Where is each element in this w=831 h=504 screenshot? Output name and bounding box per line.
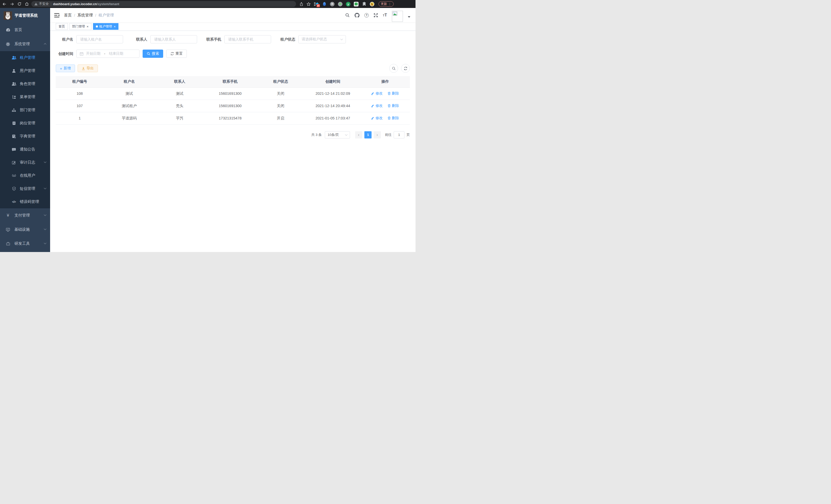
sidebar-logo[interactable]: 芋道管理系统 <box>0 8 50 23</box>
sidebar-item-notice[interactable]: 通知公告 <box>0 143 50 156</box>
sidebar-item-infra[interactable]: 基础设施 <box>0 223 50 237</box>
status-select[interactable]: 请选择租户状态 <box>298 35 346 43</box>
cell-name: 测试 <box>104 87 155 100</box>
sidebar-item-label: 错误码管理 <box>20 199 39 204</box>
badge-icon <box>11 121 17 125</box>
tab-dept[interactable]: 部门管理 × <box>69 23 91 30</box>
close-icon[interactable]: × <box>114 25 116 28</box>
sidebar-item-error-code[interactable]: </> 错误码管理 <box>0 195 50 208</box>
page-size-select[interactable]: 10条/页 <box>325 131 350 139</box>
chrome-update-button[interactable]: 更新 ⋮ <box>378 1 394 7</box>
reload-icon[interactable] <box>18 2 21 6</box>
sidebar-item-label: 岗位管理 <box>20 121 35 126</box>
sidebar-item-system[interactable]: 系统管理 <box>0 37 50 51</box>
extension-chat-icon[interactable] <box>354 2 359 6</box>
sidebar-item-dept[interactable]: 部门管理 <box>0 103 50 117</box>
sidebar-item-dict[interactable]: 字典管理 <box>0 130 50 143</box>
edit-link[interactable]: 修改 <box>371 91 382 96</box>
pagination: 共 3 条 10条/页 ‹ 1 › 前往 页 <box>56 131 410 139</box>
share-icon[interactable] <box>299 2 303 6</box>
next-page-button[interactable]: › <box>374 131 381 139</box>
sidebar-item-label: 在线用户 <box>20 173 35 178</box>
sidebar-item-audit-log[interactable]: 审计日志 <box>0 156 50 169</box>
delete-link[interactable]: 删除 <box>388 103 399 108</box>
refresh-table-button[interactable] <box>401 64 410 73</box>
page-1-button[interactable]: 1 <box>364 131 372 139</box>
reset-button[interactable]: 重置 <box>166 50 187 58</box>
sidebar-collapse-icon[interactable] <box>54 13 59 18</box>
breadcrumb: 首页 / 系统管理 / 租户管理 <box>64 13 114 18</box>
sidebar-item-post[interactable]: 岗位管理 <box>0 117 50 130</box>
help-icon[interactable]: ? <box>364 13 369 18</box>
github-icon[interactable] <box>354 13 360 18</box>
extensions-puzzle-icon[interactable] <box>362 2 366 6</box>
breadcrumb-current: 租户管理 <box>98 13 114 18</box>
home-icon[interactable] <box>25 2 29 6</box>
delete-link[interactable]: 删除 <box>388 91 399 96</box>
forward-icon[interactable] <box>10 2 14 6</box>
field-label: 联系手机 <box>204 37 221 42</box>
fullscreen-icon[interactable] <box>374 13 378 18</box>
sidebar-item-tenant[interactable]: 租户管理 <box>0 51 50 64</box>
breadcrumb-separator: / <box>74 13 75 18</box>
add-button[interactable]: + 新增 <box>56 64 75 72</box>
extension-y-icon[interactable]: y <box>346 2 350 6</box>
export-button[interactable]: 导出 <box>78 64 98 72</box>
user-avatar[interactable] <box>392 11 403 22</box>
bookmark-star-icon[interactable] <box>307 2 311 6</box>
tab-label: 租户管理 <box>99 24 112 29</box>
show-search-toggle-button[interactable] <box>389 64 398 73</box>
browser-right-cluster: 10 ⌘ y 更新 ⋮ <box>299 1 394 7</box>
sidebar-item-role[interactable]: 角色管理 <box>0 77 50 90</box>
delete-link[interactable]: 删除 <box>388 116 399 120</box>
extension-command-icon[interactable]: ⌘ <box>330 2 335 6</box>
edit-link[interactable]: 修改 <box>371 116 382 120</box>
breadcrumb-home[interactable]: 首页 <box>64 13 72 18</box>
security-indicator[interactable]: 不安全 <box>34 2 49 6</box>
tab-tenant[interactable]: 租户管理 × <box>93 23 119 30</box>
sidebar-item-pay[interactable]: ¥ 支付管理 <box>0 208 50 223</box>
goto-page-input[interactable] <box>394 131 404 139</box>
breadcrumb-system[interactable]: 系统管理 <box>77 13 93 18</box>
edit-link[interactable]: 修改 <box>371 103 382 108</box>
cell-created: 2021-12-14 21:02:09 <box>305 87 360 100</box>
start-date-placeholder: 开始日期 <box>86 51 101 56</box>
back-icon[interactable] <box>3 2 6 6</box>
prev-page-button[interactable]: ‹ <box>355 131 362 139</box>
cell-created: 2021-12-14 20:49:44 <box>305 100 360 112</box>
font-size-icon[interactable]: TT <box>383 13 387 18</box>
sidebar-item-online-users[interactable]: 在线用户 <box>0 169 50 182</box>
address-bar[interactable]: 不安全 dashboard.yudao.iocoder.cn/system/te… <box>31 1 296 7</box>
extension-recorder-icon[interactable] <box>338 2 343 6</box>
avatar-dropdown-caret-icon[interactable] <box>408 16 410 18</box>
url-path: /system/tenant <box>97 2 119 6</box>
browser-menu-icon[interactable]: ⋮ <box>388 2 391 6</box>
search-button[interactable]: 搜索 <box>143 50 163 58</box>
filter-row-2: 创建时间 开始日期 - 结束日期 搜索 <box>56 50 410 58</box>
sidebar-item-devtools[interactable]: 研发工具 <box>0 237 50 251</box>
cell-id: 107 <box>56 100 104 112</box>
close-icon[interactable]: × <box>87 25 89 28</box>
sidebar-item-sms[interactable]: 短信管理 <box>0 182 50 195</box>
extension-tabs-icon[interactable]: 10 <box>314 2 319 6</box>
sidebar-item-label: 基础设施 <box>15 227 30 232</box>
header-search-icon[interactable] <box>345 13 350 18</box>
mobile-input[interactable] <box>224 35 271 43</box>
refresh-icon <box>170 52 174 56</box>
sidebar-item-user[interactable]: 用户管理 <box>0 64 50 77</box>
sidebar-item-home[interactable]: 首页 <box>0 23 50 37</box>
extension-pin-icon[interactable] <box>322 2 326 6</box>
col-header-created: 创建时间 <box>305 76 360 87</box>
tenant-name-input[interactable] <box>76 35 123 43</box>
sidebar-item-label: 短信管理 <box>20 186 35 191</box>
contact-input[interactable] <box>150 35 197 43</box>
trash-icon <box>388 92 391 95</box>
sidebar-item-label: 用户管理 <box>20 68 35 73</box>
field-label: 联系人 <box>130 37 147 42</box>
browser-nav-buttons <box>3 2 29 6</box>
sidebar-item-menu[interactable]: 菜单管理 <box>0 90 50 103</box>
date-range-picker[interactable]: 开始日期 - 结束日期 <box>76 50 140 58</box>
col-header-actions: 操作 <box>360 76 410 87</box>
profile-avatar-icon[interactable] <box>370 2 374 6</box>
tab-home[interactable]: 首页 <box>56 23 68 30</box>
